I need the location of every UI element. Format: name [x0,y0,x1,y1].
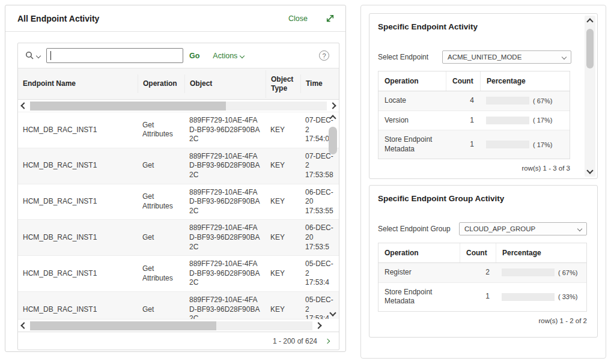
cell-object: 889FF729-10AE-4FAD-BF93-96D28F90BA2C [184,184,266,220]
cell-operation: Store Endpoint Metadata [378,283,460,311]
column-header-time[interactable]: Time [300,74,339,93]
cell-endpoint-name: HCM_DB_RAC_INST1 [18,302,138,318]
expand-icon [326,14,335,23]
search-icon [25,51,34,60]
row-count-footer: row(s) 1 - 2 of 2 [378,317,587,324]
column-header-count: Count [446,71,480,91]
table-row: HCM_DB_RAC_INST1 Get Attributes 889FF729… [18,184,339,220]
cell-object-type: KEY [266,265,300,282]
chevron-down-icon [240,53,245,58]
horizontal-scrollbar-track[interactable] [30,102,327,111]
column-header-count: Count [460,243,496,262]
vertical-scrollbar-track[interactable] [329,124,337,307]
percentage-bar [502,293,555,301]
select-endpoint-group-row: Select Endpoint Group CLOUD_APP_GROUP [378,222,589,235]
cell-count: 1 [446,111,480,130]
cell-operation: Get Attributes [138,117,184,143]
table-row: HCM_DB_RAC_INST1 Get 889FF729-10AE-4FAD-… [18,148,339,184]
horizontal-scrollbar-thumb[interactable] [30,321,216,330]
chevron-down-icon [577,226,582,231]
specific-endpoint-activity-panel: Specific Endpoint Activity Select Endpoi… [369,13,598,179]
table-row: HCM_DB_RAC_INST1 Get 889FF729-10AE-4FAD-… [18,220,339,256]
percentage-bar [486,141,529,148]
specific-endpoint-group-activity-panel: Specific Endpoint Group Activity Select … [369,185,598,338]
endpoint-activity-table: Operation Count Percentage Locate 4 ( 67… [378,71,570,159]
table-row: HCM_DB_RAC_INST1 Get Attributes 889FF729… [18,112,339,148]
actions-menu-button[interactable]: Actions [213,52,244,60]
cell-endpoint-name: HCM_DB_RAC_INST1 [18,193,138,210]
vertical-scrollbar [585,16,595,177]
endpoint-select-value: ACME_UNITED_MODE [448,53,521,61]
help-icon[interactable]: ? [319,50,329,61]
row-count-footer: row(s) 1 - 3 of 3 [378,165,570,172]
cell-endpoint-name: HCM_DB_RAC_INST1 [18,122,138,139]
scroll-up-icon[interactable] [588,16,592,28]
column-header-object[interactable]: Object [184,74,266,93]
panel-title: Specific Endpoint Activity [378,22,577,31]
cell-operation: Get [138,229,184,246]
cell-percentage: ( 17%) [480,136,570,154]
cell-operation: Store Endpoint Metadata [378,130,446,159]
endpoint-group-select[interactable]: CLOUD_APP_GROUP [459,222,587,235]
table-header-row: Endpoint Name Operation Object Object Ty… [18,68,339,100]
chevron-down-icon [36,53,41,58]
search-options-button[interactable] [24,50,41,61]
vertical-scrollbar-thumb[interactable] [586,29,594,68]
table-row: Version 1 ( 17%) [378,111,570,131]
cell-endpoint-name: HCM_DB_RAC_INST1 [18,265,138,282]
cell-operation: Get [138,302,184,318]
percentage-label: ( 67%) [533,97,552,105]
percentage-bar [486,97,529,105]
pagination-next-icon[interactable] [325,338,330,343]
column-header-operation: Operation [378,243,460,262]
endpoint-group-select-value: CLOUD_APP_GROUP [464,225,535,232]
percentage-label: ( 17%) [533,116,552,124]
search-input[interactable] [46,48,183,63]
cell-count: 4 [446,91,480,111]
scroll-down-icon[interactable] [588,165,592,177]
endpoint-select[interactable]: ACME_UNITED_MODE [442,50,571,64]
column-header-object-type[interactable]: Object Type [266,70,300,98]
vertical-scrollbar-thumb[interactable] [329,127,337,154]
go-button[interactable]: Go [189,52,199,60]
cell-object-type: KEY [266,157,300,174]
scroll-down-icon[interactable] [330,307,335,319]
column-header-endpoint-name[interactable]: Endpoint Name [18,74,138,93]
cell-operation: Get Attributes [138,189,184,214]
cell-count: 2 [460,263,496,282]
select-endpoint-label: Select Endpoint [378,53,442,61]
column-header-operation[interactable]: Operation [138,74,184,93]
cell-operation: Locate [378,91,446,111]
scroll-right-icon[interactable] [312,323,324,328]
actions-label: Actions [213,52,237,60]
horizontal-scrollbar-track[interactable] [30,321,312,330]
expand-button[interactable] [326,14,335,23]
table-row: HCM_DB_RAC_INST1 Get 889FF729-10AE-4FAD-… [18,292,339,319]
scroll-right-icon[interactable] [327,103,339,108]
cell-count: 1 [446,135,480,154]
cell-count: 1 [460,287,496,306]
select-endpoint-group-label: Select Endpoint Group [378,225,459,233]
column-header-percentage: Percentage [496,243,586,262]
cell-object: 889FF729-10AE-4FAD-BF93-96D28F90BA2C [184,256,266,291]
column-header-percentage: Percentage [480,71,570,91]
table-header-row: Operation Count Percentage [378,71,570,91]
cell-object-type: KEY [266,302,300,318]
table-row: Register 2 ( 67%) [378,263,586,283]
cell-endpoint-name: HCM_DB_RAC_INST1 [18,157,138,174]
table-row: Locate 4 ( 67%) [378,91,570,111]
close-button[interactable]: Close [288,14,308,23]
cell-operation: Get [138,157,184,174]
scroll-left-icon[interactable] [18,323,30,328]
chevron-down-icon [562,55,567,59]
scroll-up-icon[interactable] [330,112,335,124]
cell-percentage: ( 33%) [496,288,586,306]
all-endpoint-activity-panel: All Endpoint Activity Close Go Act [5,5,346,352]
table-row: Store Endpoint Metadata 1 ( 17%) [378,130,570,159]
horizontal-scrollbar-thumb[interactable] [30,102,226,111]
vertical-scrollbar-track[interactable] [586,28,594,165]
cell-endpoint-name: HCM_DB_RAC_INST1 [18,229,138,246]
search-input-wrap [46,48,183,63]
scroll-left-icon[interactable] [18,103,30,108]
horizontal-scrollbar-bottom [18,319,324,332]
